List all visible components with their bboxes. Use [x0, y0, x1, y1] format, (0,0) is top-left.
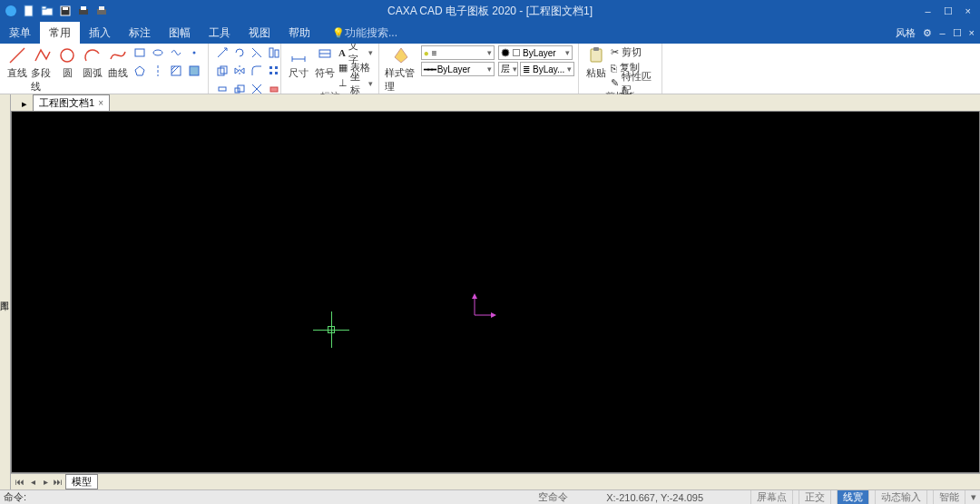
polyline-button[interactable]: 多段线: [31, 45, 54, 94]
tab-insert[interactable]: 插入: [80, 22, 120, 44]
layer-select[interactable]: ●≡▾: [421, 45, 495, 60]
tab-menu[interactable]: 菜单: [0, 22, 40, 44]
panel-modify: 修改: [209, 44, 281, 94]
svg-marker-44: [472, 293, 477, 299]
arc-button[interactable]: 圆弧: [81, 45, 104, 80]
mirror-icon[interactable]: [231, 64, 248, 78]
svg-rect-29: [270, 72, 272, 74]
minimize-button[interactable]: –: [925, 5, 930, 17]
status-btn-screenpoint[interactable]: 屏幕点: [750, 490, 793, 504]
tab-nav-next[interactable]: ▸: [40, 477, 51, 487]
point-icon[interactable]: [186, 45, 202, 60]
svg-marker-15: [135, 66, 144, 75]
layer-short-select[interactable]: 层▾: [498, 62, 518, 76]
rotate-icon[interactable]: [231, 45, 248, 60]
cut-button[interactable]: ✂剪切: [611, 45, 656, 59]
document-tab[interactable]: 工程图文档1 ×: [33, 94, 110, 111]
wave-icon[interactable]: [168, 45, 184, 60]
linetype-select[interactable]: ━━━ByLayer▾: [421, 62, 495, 76]
svg-point-13: [153, 50, 162, 55]
spline-button[interactable]: 曲线: [106, 45, 130, 80]
ellipse-icon[interactable]: [150, 45, 166, 60]
tab-annotate[interactable]: 标注: [120, 22, 160, 44]
svg-rect-5: [63, 7, 68, 10]
paste-button[interactable]: 粘贴: [584, 45, 609, 80]
drawing-canvas[interactable]: [11, 111, 980, 473]
window-title: CAXA CAD 电子图板 2020 - [工程图文档1]: [387, 4, 593, 19]
move-icon[interactable]: [214, 45, 230, 60]
circle-button[interactable]: 圆: [56, 45, 80, 80]
lineweight-select[interactable]: ≣ByLay...▾: [520, 62, 574, 76]
tab-nav-prev[interactable]: ◂: [27, 477, 38, 487]
svg-rect-17: [172, 66, 181, 75]
tab-nav-first[interactable]: ⏮: [15, 477, 25, 487]
trim-icon[interactable]: [249, 45, 265, 60]
style-manager-button[interactable]: 样式管理: [385, 45, 417, 94]
svg-rect-42: [593, 47, 599, 51]
svg-rect-30: [275, 72, 278, 74]
svg-rect-12: [135, 49, 144, 56]
quick-access-toolbar: [0, 4, 109, 18]
app-icon[interactable]: [4, 4, 18, 18]
maximize-button[interactable]: ☐: [944, 5, 953, 17]
status-btn-ortho[interactable]: 正交: [799, 490, 831, 504]
match-properties-button[interactable]: ✎特性匹配: [611, 76, 656, 90]
new-icon[interactable]: [22, 4, 36, 18]
array-icon[interactable]: [266, 64, 282, 78]
sidebar-tab-library[interactable]: 图库: [0, 98, 10, 489]
print-icon[interactable]: [76, 4, 91, 18]
circle-label: 圆: [63, 66, 73, 80]
panel-properties: 样式管理 ●≡▾ ━━━ByLayer▾ ByLayer▾ 层▾ ≣ByLay.…: [379, 44, 579, 94]
document-tabs: ▸ 工程图文档1 ×: [11, 94, 980, 111]
copy-icon[interactable]: [214, 64, 230, 78]
style-label[interactable]: 风格: [896, 26, 916, 40]
status-btn-smart[interactable]: 智能: [933, 490, 965, 504]
align-icon[interactable]: [266, 45, 282, 60]
status-dropdown-icon[interactable]: ▾: [971, 491, 976, 503]
status-bar: 命令: 空命令 X:-210.667, Y:-24.095 屏幕点 正交 线宽 …: [0, 489, 980, 504]
open-icon[interactable]: [40, 4, 54, 18]
title-bar: CAXA CAD 电子图板 2020 - [工程图文档1] – ☐ ×: [0, 0, 980, 22]
tab-layout[interactable]: 图幅: [160, 22, 200, 44]
menu-bar: 菜单 常用 插入 标注 图幅 工具 视图 帮助 💡 功能搜索... 风格 ⚙ –…: [0, 22, 980, 44]
svg-rect-34: [270, 87, 278, 92]
dimension-label: 尺寸: [289, 66, 309, 80]
search-hint[interactable]: 功能搜索...: [345, 25, 397, 41]
fillet-icon[interactable]: [249, 64, 265, 78]
tab-help[interactable]: 帮助: [279, 22, 319, 44]
symbol-button[interactable]: 符号: [313, 45, 338, 80]
rect-icon[interactable]: [132, 45, 148, 60]
left-palette-strip[interactable]: 图库 设置中心: [0, 94, 11, 489]
tab-view[interactable]: 视图: [240, 22, 279, 44]
gear-icon[interactable]: ⚙: [923, 27, 932, 39]
svg-rect-41: [591, 49, 602, 62]
command-status: 空命令: [538, 490, 568, 504]
polygon-icon[interactable]: [132, 64, 148, 78]
tab-list-icon[interactable]: ▸: [16, 96, 33, 111]
search-icon[interactable]: 💡: [332, 27, 345, 39]
minimize-ribbon-icon[interactable]: –: [939, 27, 945, 38]
document-tab-close[interactable]: ×: [98, 98, 103, 108]
tab-nav-last[interactable]: ⏭: [53, 477, 64, 487]
coord-button[interactable]: ⊥坐标▾: [338, 76, 373, 90]
close-doc-icon[interactable]: ×: [969, 27, 975, 38]
line-button[interactable]: 直线: [5, 45, 29, 80]
symbol-label: 符号: [315, 66, 335, 80]
centerline-icon[interactable]: [150, 64, 166, 78]
status-btn-lineweight[interactable]: 线宽: [837, 490, 869, 504]
print-preview-icon[interactable]: [94, 4, 109, 18]
hatch-icon[interactable]: [168, 64, 184, 78]
fill-icon[interactable]: [186, 64, 202, 78]
svg-marker-46: [491, 312, 496, 318]
restore-icon[interactable]: ☐: [953, 27, 962, 39]
model-tab[interactable]: 模型: [65, 474, 98, 489]
save-icon[interactable]: [58, 4, 73, 18]
close-button[interactable]: ×: [965, 5, 971, 17]
color-select[interactable]: ByLayer▾: [498, 45, 573, 60]
tab-tools[interactable]: 工具: [200, 22, 240, 44]
tab-common[interactable]: 常用: [40, 22, 80, 44]
status-btn-dyninput[interactable]: 动态输入: [875, 490, 927, 504]
text-button[interactable]: A文字▾: [338, 45, 373, 59]
polyline-label: 多段线: [31, 66, 54, 94]
dimension-button[interactable]: 尺寸: [287, 45, 311, 80]
